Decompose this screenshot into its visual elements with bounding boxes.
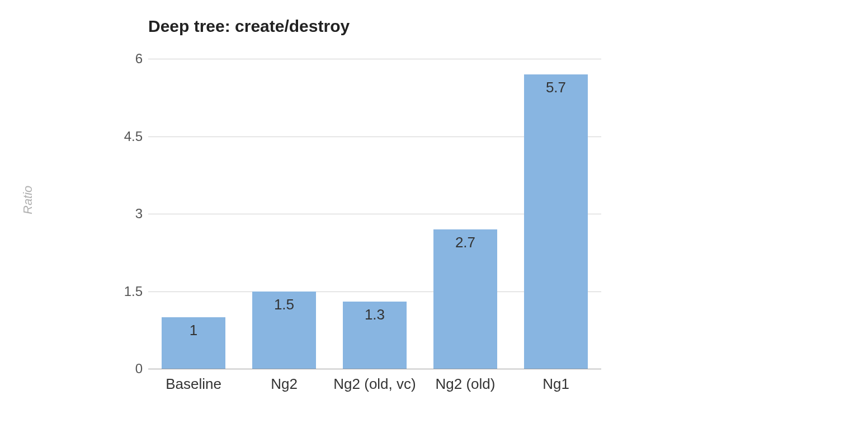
x-tick-label: Baseline <box>148 375 239 394</box>
x-labels-row: Baseline Ng2 Ng2 (old, vc) Ng2 (old) Ng1 <box>148 375 601 394</box>
bar-group: 1.3 <box>329 59 420 369</box>
bar-value: 5.7 <box>546 79 566 96</box>
y-tick-label: 3 <box>109 206 143 222</box>
bar-group: 5.7 <box>511 59 601 369</box>
bar-baseline: 1 <box>162 317 225 369</box>
bar-value: 1 <box>190 322 197 339</box>
bar-value: 2.7 <box>455 234 475 251</box>
x-tick-label: Ng2 (old) <box>420 375 511 394</box>
bar-ng1: 5.7 <box>524 74 587 369</box>
bar-ng2-old-vc: 1.3 <box>343 302 406 369</box>
bar-ng2-old: 2.7 <box>433 229 497 369</box>
plot-area: 6 4.5 3 1.5 0 1 1.5 1.3 <box>148 59 601 369</box>
x-tick-label: Ng2 <box>239 375 329 394</box>
y-axis-label: Ratio <box>21 186 35 214</box>
x-tick-label: Ng2 (old, vc) <box>329 375 420 394</box>
bar-ng2: 1.5 <box>252 292 315 369</box>
bar-group: 1.5 <box>239 59 329 369</box>
y-tick-label: 6 <box>109 51 143 67</box>
bar-value: 1.3 <box>365 306 385 323</box>
chart-title: Deep tree: create/destroy <box>148 17 638 36</box>
bars-row: 1 1.5 1.3 2.7 5.7 <box>148 59 601 369</box>
bar-group: 2.7 <box>420 59 511 369</box>
y-tick-label: 1.5 <box>109 284 143 299</box>
y-tick-label: 4.5 <box>109 129 143 144</box>
bar-group: 1 <box>148 59 239 369</box>
y-tick-label: 0 <box>109 361 143 377</box>
chart-container: Deep tree: create/destroy Ratio 6 4.5 3 … <box>22 11 638 423</box>
x-tick-label: Ng1 <box>511 375 601 394</box>
bar-value: 1.5 <box>274 296 294 313</box>
